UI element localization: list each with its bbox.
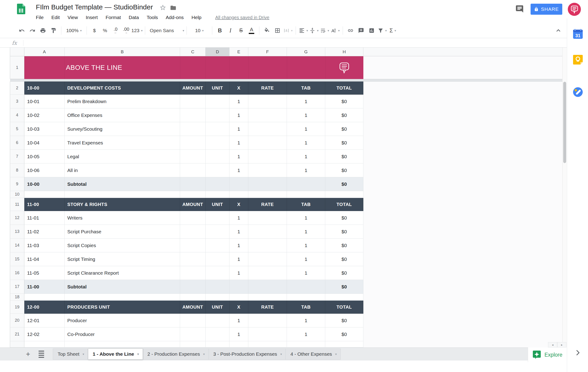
cell-C[interactable] xyxy=(180,266,206,280)
cell-D[interactable] xyxy=(206,150,230,164)
cell-G[interactable]: 1 xyxy=(287,164,325,177)
cell-C[interactable]: AMOUNT xyxy=(180,198,206,211)
cell-H[interactable]: $0 xyxy=(325,252,363,266)
format-currency-button[interactable]: $ xyxy=(89,25,100,36)
cell-B[interactable] xyxy=(64,294,180,300)
cell-E[interactable]: X xyxy=(230,198,248,211)
star-icon[interactable] xyxy=(159,4,166,11)
vertical-align-dropdown[interactable]: ▾ xyxy=(309,25,319,36)
side-panel-collapse-button[interactable] xyxy=(574,349,582,357)
cell-A[interactable]: 12-02 xyxy=(24,327,64,341)
column-header-F[interactable]: F xyxy=(248,48,287,56)
cell-B[interactable] xyxy=(64,341,180,347)
cell-B[interactable]: Producer xyxy=(64,314,180,327)
cell-H[interactable]: $0 xyxy=(325,150,363,164)
cell-C[interactable] xyxy=(180,108,206,122)
cell-F[interactable] xyxy=(248,108,287,122)
menu-data[interactable]: Data xyxy=(129,13,142,21)
row-header-13[interactable]: 13 xyxy=(10,225,24,238)
cell-D[interactable] xyxy=(206,327,230,341)
cell-D[interactable] xyxy=(206,164,230,177)
cell-H[interactable]: $0 xyxy=(325,280,363,294)
undo-button[interactable] xyxy=(17,25,27,36)
formula-input[interactable] xyxy=(23,38,588,47)
cell-F[interactable] xyxy=(248,280,287,294)
row-header-5[interactable]: 5 xyxy=(10,122,24,136)
row-header-12[interactable]: 12 xyxy=(10,211,24,225)
column-header-D[interactable]: D xyxy=(206,48,230,56)
cell-C[interactable] xyxy=(180,136,206,150)
sheet-tab-1-above-the-line[interactable]: 1 - Above the Line▾ xyxy=(88,349,143,360)
vertical-scrollbar-thumb[interactable] xyxy=(563,82,566,163)
row-header-18[interactable]: 18 xyxy=(10,294,24,300)
cell-F[interactable] xyxy=(248,314,287,327)
cell-G[interactable]: 1 xyxy=(287,252,325,266)
cell-F[interactable] xyxy=(248,177,287,191)
cell-G[interactable]: 1 xyxy=(287,122,325,136)
sheet-tab-2-production-expenses[interactable]: 2 - Production Expenses▾ xyxy=(143,349,209,360)
cell-H[interactable]: $0 xyxy=(325,266,363,280)
cell-D[interactable] xyxy=(206,122,230,136)
saved-status[interactable]: All changes saved in Drive xyxy=(215,15,269,20)
decrease-decimals-button[interactable]: .0← xyxy=(110,25,121,36)
cell-B[interactable]: All in xyxy=(64,164,180,177)
cell-D[interactable] xyxy=(206,314,230,327)
calendar-icon[interactable]: 31 xyxy=(573,29,583,39)
cell-E[interactable]: 1 xyxy=(230,252,248,266)
row-header-10[interactable]: 10 xyxy=(10,191,24,198)
cell-F[interactable] xyxy=(248,95,287,108)
cell-C[interactable] xyxy=(180,225,206,238)
sheet-tab-3-post-production-expenses[interactable]: 3 - Post-Production Expenses▾ xyxy=(209,349,286,360)
cell-D[interactable] xyxy=(206,341,230,347)
cell-A[interactable]: 11-00 xyxy=(24,198,64,211)
row-header-21[interactable]: 21 xyxy=(10,327,24,341)
cell-G[interactable] xyxy=(287,177,325,191)
cell-H[interactable]: $0 xyxy=(325,327,363,341)
cell-F[interactable] xyxy=(248,238,287,252)
cell-G[interactable]: 1 xyxy=(287,327,325,341)
cell-H[interactable]: $0 xyxy=(325,314,363,327)
menu-view[interactable]: View xyxy=(68,13,82,21)
font-dropdown[interactable]: Open Sans▾ xyxy=(147,25,184,36)
comment-history-icon[interactable] xyxy=(515,5,524,13)
cell-E[interactable]: 1 xyxy=(230,238,248,252)
borders-button[interactable] xyxy=(272,25,283,36)
chevron-down-icon[interactable]: ▾ xyxy=(83,352,84,356)
cell-G[interactable]: TAB xyxy=(287,300,325,314)
print-button[interactable] xyxy=(38,25,48,36)
cell-F[interactable] xyxy=(248,136,287,150)
row-header-7[interactable]: 7 xyxy=(10,150,24,164)
studiobinder-avatar[interactable] xyxy=(568,3,581,16)
cell-G[interactable]: TAB xyxy=(287,198,325,211)
row-header-6[interactable]: 6 xyxy=(10,136,24,150)
column-header-H[interactable]: H xyxy=(325,48,363,56)
cell-G[interactable] xyxy=(287,191,325,198)
move-to-folder-icon[interactable] xyxy=(170,5,176,11)
cell-E[interactable]: 1 xyxy=(230,136,248,150)
column-header-E[interactable]: E xyxy=(230,48,248,56)
chevron-down-icon[interactable]: ▾ xyxy=(137,352,139,356)
cell-C[interactable] xyxy=(180,280,206,294)
cell-A[interactable]: 12-00 xyxy=(24,300,64,314)
cell-A[interactable]: 10-06 xyxy=(24,164,64,177)
cell-E[interactable] xyxy=(230,294,248,300)
cell-A[interactable] xyxy=(24,191,64,198)
cell-E[interactable]: 1 xyxy=(230,95,248,108)
cell-H[interactable]: $0 xyxy=(325,211,363,225)
italic-button[interactable]: I xyxy=(225,25,236,36)
cell-C[interactable] xyxy=(180,327,206,341)
cell-E[interactable]: 1 xyxy=(230,122,248,136)
cell-F[interactable] xyxy=(248,211,287,225)
cell-A[interactable]: 11-04 xyxy=(24,252,64,266)
cell-C[interactable] xyxy=(180,95,206,108)
cell-A[interactable] xyxy=(24,294,64,300)
tasks-icon[interactable] xyxy=(573,87,583,97)
cell-G[interactable]: TAB xyxy=(287,82,325,95)
cell-G[interactable]: 1 xyxy=(287,211,325,225)
cell-E[interactable] xyxy=(230,177,248,191)
collapse-toolbar-button[interactable] xyxy=(555,27,562,34)
cell-G[interactable]: 1 xyxy=(287,108,325,122)
cell-B[interactable]: Travel Expenses xyxy=(64,136,180,150)
cell-B[interactable]: Co-Producer xyxy=(64,327,180,341)
menu-file[interactable]: File xyxy=(36,13,47,21)
